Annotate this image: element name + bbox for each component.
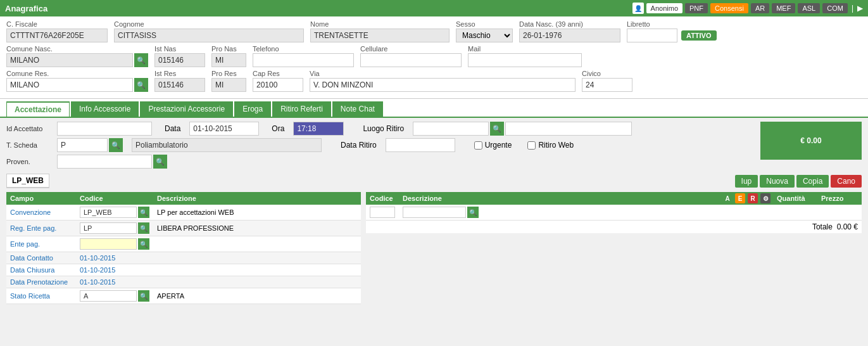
ritiro-web-checkbox[interactable] <box>527 141 536 150</box>
pro-res-input[interactable] <box>211 78 246 92</box>
right-search-button[interactable]: 🔍 <box>467 207 479 218</box>
via-group: Via <box>310 70 576 92</box>
e-icon: E <box>735 193 745 203</box>
stato-ricetta-input[interactable] <box>80 290 137 302</box>
urgente-checkbox[interactable] <box>474 141 482 150</box>
table-row: Data Chiusura 01-10-2015 <box>6 264 361 276</box>
col-campo-header: Campo <box>6 192 76 205</box>
civico-input[interactable] <box>582 78 632 92</box>
via-input[interactable] <box>310 78 576 92</box>
stato-ricetta-search-button[interactable]: 🔍 <box>138 290 149 302</box>
ora-label: Ora <box>272 124 284 133</box>
left-table-body: Convenzione 🔍 LP per accettazioni WEB Re… <box>6 205 361 304</box>
id-accettato-input[interactable] <box>57 122 152 136</box>
t-scheda-input[interactable] <box>57 138 108 152</box>
sesso-group: Sesso Maschio Femmina <box>456 20 513 42</box>
consensi-button[interactable]: Consensi <box>710 3 748 13</box>
cano-button[interactable]: Cano <box>831 175 862 188</box>
left-data-table: Campo Codice Descrizione Convenzione 🔍 <box>6 192 361 304</box>
desc-cell: LP per accettazioni WEB <box>153 205 361 221</box>
com-button[interactable]: COM <box>822 3 848 13</box>
right-col-prezzo-header: Prezzo <box>817 192 862 205</box>
right-table-header: Codice Descrizione A E R ⚙ <box>366 192 862 205</box>
data-input[interactable] <box>189 122 259 136</box>
left-table-header: Campo Codice Descrizione <box>6 192 361 205</box>
proven-search-button[interactable]: 🔍 <box>153 155 167 169</box>
comune-nasc-search-button[interactable]: 🔍 <box>134 53 148 67</box>
tab-info-accessorie[interactable]: Info Accessorie <box>71 101 139 117</box>
t-scheda-label: T. Scheda <box>6 141 51 149</box>
right-desc-input[interactable] <box>403 207 466 218</box>
user-icon: 👤 <box>632 3 644 14</box>
top-bar-buttons: 👤 Anonimo PNF Consensi AR MEF ASL COM | … <box>632 3 863 14</box>
right-code-input[interactable] <box>370 207 395 218</box>
luogo-ritiro-input[interactable] <box>413 122 489 136</box>
lp-web-tab[interactable]: LP_WEB <box>6 174 49 188</box>
cellulare-input[interactable] <box>360 53 462 67</box>
comune-nasc-input-group: 🔍 <box>6 53 148 67</box>
price-value: € 0.00 <box>800 136 821 145</box>
convenzione-input[interactable] <box>80 207 137 218</box>
pro-nas-input[interactable] <box>211 53 246 67</box>
reg-ente-input[interactable] <box>80 222 137 234</box>
proven-input[interactable] <box>57 155 152 169</box>
via-label: Via <box>310 70 576 77</box>
tab-prestazioni-accessorie[interactable]: Prestazioni Accessorie <box>140 101 233 117</box>
comune-res-input[interactable] <box>6 78 133 92</box>
data-nasc-input[interactable] <box>519 29 620 42</box>
codice-cell: 🔍 <box>76 288 153 304</box>
ist-res-input[interactable] <box>154 78 205 92</box>
copia-button[interactable]: Copia <box>796 175 829 188</box>
nuova-button[interactable]: Nuova <box>760 175 795 188</box>
telefono-group: Telefono <box>253 45 354 67</box>
iup-button[interactable]: Iup <box>735 175 758 188</box>
mail-input[interactable] <box>468 53 582 67</box>
totale-value: 0.00 € <box>837 222 858 231</box>
campo-cell: Reg. Ente pag. <box>6 221 76 236</box>
nome-input[interactable] <box>310 29 450 42</box>
sesso-select[interactable]: Maschio Femmina <box>456 29 513 42</box>
ist-nas-label: Ist Nas <box>154 45 205 53</box>
ist-nas-input[interactable] <box>154 53 205 67</box>
ar-button[interactable]: AR <box>751 3 769 13</box>
right-table-search-row: 🔍 <box>366 205 862 221</box>
libretto-input[interactable] <box>627 29 677 42</box>
luogo-ritiro-desc-input[interactable] <box>505 122 632 136</box>
right-table-body: 🔍 <box>366 205 862 221</box>
nome-group: Nome <box>310 20 450 42</box>
luogo-ritiro-search-button[interactable]: 🔍 <box>490 122 504 136</box>
telefono-input[interactable] <box>253 53 354 67</box>
cap-res-input[interactable] <box>253 78 303 92</box>
comune-nasc-input[interactable] <box>6 53 133 67</box>
left-table: Campo Codice Descrizione Convenzione 🔍 <box>6 192 361 304</box>
data-ritiro-input[interactable] <box>386 138 455 152</box>
price-box: € 0.00 <box>760 122 862 160</box>
pnf-button[interactable]: PNF <box>685 3 708 13</box>
patient-row-2: Comune Nasc. 🔍 Ist Nas Pro Nas Telefono … <box>6 45 862 67</box>
anonimo-button[interactable]: Anonimo <box>646 3 682 13</box>
reg-ente-search-button[interactable]: 🔍 <box>138 222 149 234</box>
mef-button[interactable]: MEF <box>772 3 795 13</box>
comune-res-search-button[interactable]: 🔍 <box>134 78 148 92</box>
campo-cell: Data Contatto <box>6 252 76 264</box>
ente-pag-search-button[interactable]: 🔍 <box>138 238 149 250</box>
tab-accettazione[interactable]: Accettazione <box>6 101 70 117</box>
tab-ritiro-referti[interactable]: Ritiro Referti <box>272 101 331 117</box>
tab-note-chat[interactable]: Note Chat <box>332 101 383 117</box>
arrow-icon: ▶ <box>857 4 863 13</box>
cognome-input[interactable] <box>114 29 304 42</box>
t-scheda-desc-input[interactable] <box>132 138 322 152</box>
cf-input[interactable] <box>6 29 108 42</box>
accettazione-form: Id Accettato Data Ora Luogo Ritiro 🔍 T. … <box>6 122 754 171</box>
t-scheda-search-button[interactable]: 🔍 <box>109 138 123 152</box>
asl-button[interactable]: ASL <box>798 3 820 13</box>
convenzione-search-button[interactable]: 🔍 <box>138 207 149 218</box>
tab-eroga[interactable]: Eroga <box>234 101 271 117</box>
patient-row-1: C. Fiscale Cognome Nome Sesso Maschio Fe… <box>6 20 862 42</box>
cellulare-group: Cellulare <box>360 45 462 67</box>
col-codice-header: Codice <box>76 192 153 205</box>
ente-pag-input[interactable] <box>80 238 137 250</box>
gear-icon: ⚙ <box>760 193 771 203</box>
ora-input[interactable] <box>293 122 344 136</box>
libretto-label: Libretto <box>627 20 717 28</box>
